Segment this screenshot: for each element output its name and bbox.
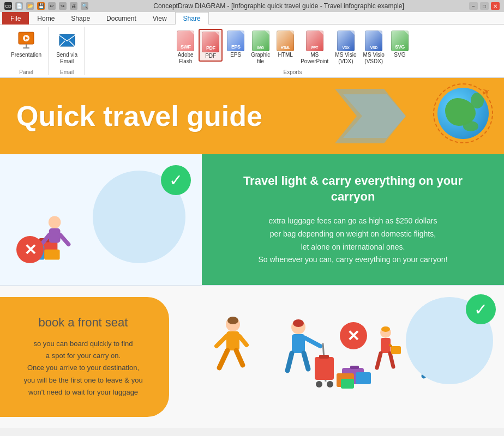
- vsdx-label: VSD: [370, 46, 377, 50]
- ribbon-group-email: Send viaEmail Email: [50, 27, 85, 75]
- globe-land3: [463, 121, 478, 131]
- minimize-button[interactable]: −: [469, 2, 478, 10]
- adobe-flash-button[interactable]: SWF AdobeFlash: [175, 29, 196, 66]
- window-controls: − □ ✕: [469, 2, 500, 10]
- ms-visio-vdx-button[interactable]: VDX MS Visio(VDX): [333, 29, 358, 66]
- send-email-icon: [58, 30, 76, 52]
- tab-shape[interactable]: Shape: [63, 12, 98, 25]
- svg-point-17: [49, 216, 61, 228]
- vdx-label: VDX: [343, 46, 350, 50]
- svg-rect-41: [226, 331, 239, 350]
- eps-label: EPS: [231, 44, 241, 50]
- eps-button[interactable]: EPS EPS: [225, 29, 247, 59]
- svg-line-50: [304, 353, 308, 369]
- svg-label-text: SVG: [394, 52, 405, 58]
- svg-line-68: [390, 345, 391, 346]
- dogear: [350, 31, 355, 35]
- infographic-area: Quick travel guide ✈: [0, 78, 504, 428]
- new-icon[interactable]: 📄: [15, 2, 23, 10]
- close-button[interactable]: ✕: [491, 2, 500, 10]
- svg-line-44: [217, 336, 226, 346]
- carryon-desc: extra luggage fees can go as high as $25…: [221, 215, 485, 267]
- ribbon-group-exports: SWF AdobeFlash PDF PDF: [86, 27, 500, 75]
- carryon-title: Travel light & carry everything on your …: [221, 173, 485, 205]
- title-text: ConceptDraw DIAGRAM - [Infographic quick…: [153, 2, 404, 10]
- svg-line-49: [287, 353, 292, 371]
- svg-point-40: [227, 317, 238, 324]
- svg-label: SVG: [395, 44, 405, 50]
- svg-button[interactable]: SVG SVG: [389, 29, 411, 59]
- dogear: [215, 32, 219, 36]
- ms-powerpoint-button[interactable]: PPT MSPowerPoint: [298, 29, 331, 66]
- svg-line-42: [219, 350, 227, 368]
- svg-rect-53: [315, 357, 334, 380]
- email-items: Send viaEmail: [54, 27, 80, 68]
- dogear: [240, 31, 244, 35]
- ms-visio-vsdx-label: MS Visio(VSDX): [363, 52, 385, 65]
- tab-share[interactable]: Share: [175, 12, 209, 25]
- globe: ✈: [433, 83, 493, 143]
- dogear: [290, 31, 294, 35]
- frontseat-image-area: ✕ ✓: [169, 286, 504, 428]
- dogear: [190, 31, 194, 35]
- ms-visio-vdx-label: MS Visio(VDX): [335, 52, 356, 65]
- dogear: [319, 31, 323, 35]
- export-items: SWF AdobeFlash PDF PDF: [175, 27, 411, 68]
- pdf-icon: PDF: [202, 31, 219, 53]
- send-email-button[interactable]: Send viaEmail: [54, 29, 80, 66]
- redo-icon[interactable]: ↪: [59, 2, 67, 10]
- app-icon: CD: [4, 2, 12, 10]
- save-icon[interactable]: 💾: [37, 2, 45, 10]
- check-icon: ✓: [161, 165, 191, 195]
- svg-rect-4: [23, 47, 29, 49]
- presentation-icon: [17, 30, 35, 52]
- svg-marker-9: [343, 94, 406, 138]
- svg-line-65: [377, 353, 381, 368]
- ms-visio-vsdx-button[interactable]: VSD MS Visio(VSDX): [361, 29, 387, 66]
- undo-icon[interactable]: ↩: [48, 2, 56, 10]
- svg-rect-67: [391, 346, 401, 354]
- tab-home[interactable]: Home: [29, 12, 63, 25]
- svg-line-45: [239, 336, 247, 345]
- ribbon-tabs: File Home Shape Document View Share: [0, 12, 504, 25]
- globe-land2: [471, 93, 484, 108]
- graphic-label-text: Graphicfile: [251, 52, 270, 65]
- tab-view[interactable]: View: [145, 12, 175, 25]
- maximize-button[interactable]: □: [480, 2, 489, 10]
- adobe-flash-icon: SWF: [177, 30, 194, 52]
- swf-label: SWF: [181, 44, 191, 50]
- adobe-flash-label: AdobeFlash: [178, 52, 194, 65]
- panel-group-label: Panel: [19, 68, 33, 75]
- pdf-label: PDF: [206, 45, 215, 51]
- panel-items: Presentation: [9, 27, 44, 62]
- svg-rect-48: [292, 334, 305, 353]
- html-label: HTML: [280, 46, 290, 50]
- section-frontseat: book a front seat so you can board quick…: [0, 286, 504, 428]
- pdf-label-text: PDF: [205, 53, 216, 59]
- zoom-icon[interactable]: 🔍: [81, 2, 88, 10]
- svg-rect-16: [44, 250, 59, 260]
- svg-line-51: [305, 338, 320, 346]
- tab-document[interactable]: Document: [98, 12, 145, 25]
- carryon-text-area: Travel light & carry everything on your …: [202, 154, 504, 285]
- wrong-icon: ✕: [16, 236, 44, 263]
- graphic-file-button[interactable]: IMG Graphicfile: [249, 29, 272, 66]
- open-icon[interactable]: 📂: [26, 2, 34, 10]
- ribbon: File Home Shape Document View Share: [0, 12, 504, 78]
- presentation-label: Presentation: [11, 52, 41, 58]
- svg-rect-58: [350, 366, 359, 369]
- pdf-button[interactable]: PDF PDF: [199, 29, 223, 62]
- svg-line-43: [236, 350, 243, 365]
- carryon-image-area: ✕ ✓: [0, 154, 202, 285]
- tab-file[interactable]: File: [2, 12, 29, 25]
- svg-line-20: [61, 235, 69, 244]
- print-icon[interactable]: 🖨: [70, 2, 77, 10]
- svg-point-55: [316, 381, 322, 387]
- title-bar-left: CD 📄 📂 💾 ↩ ↪ 🖨 🔍: [4, 2, 88, 10]
- frontseat-text-area: book a front seat so you can board quick…: [0, 297, 169, 417]
- header-arrow: [335, 78, 406, 154]
- svg-icon: SVG: [391, 30, 409, 52]
- frontseat-desc: so you can board quickly to find a spot …: [14, 338, 153, 398]
- presentation-button[interactable]: Presentation: [9, 29, 44, 59]
- html-button[interactable]: HTML HTML: [274, 29, 296, 59]
